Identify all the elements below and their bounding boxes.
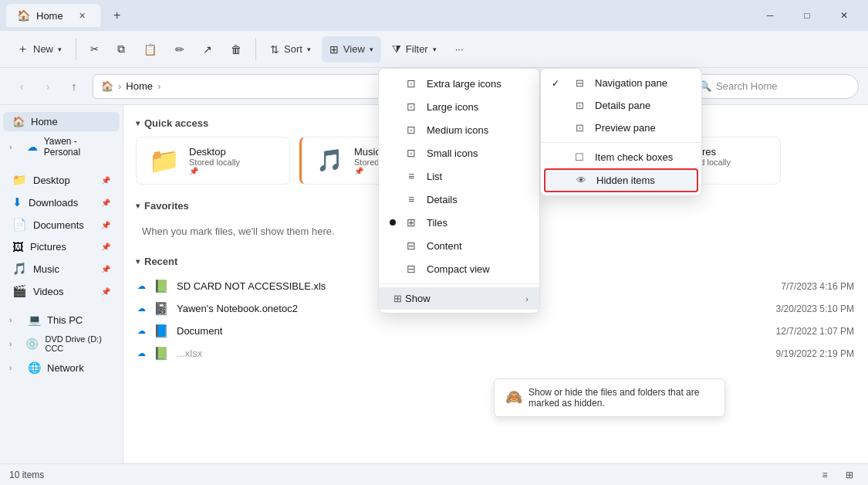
filter-button[interactable]: ⧩ Filter ▾ bbox=[384, 36, 444, 63]
home-icon: 🏠 bbox=[12, 116, 25, 127]
view-small-icons[interactable]: ⊡ Small icons bbox=[379, 141, 539, 164]
sidebar-item-videos[interactable]: 🎬 Videos 📌 bbox=[3, 280, 120, 302]
view-list[interactable]: ≡ List bbox=[379, 164, 539, 188]
recent-name-3: ...xlsx bbox=[177, 348, 738, 359]
show-preview-pane[interactable]: ⊡ Preview pane bbox=[541, 117, 701, 139]
sidebar-item-documents[interactable]: 📄 Documents 📌 bbox=[3, 214, 120, 236]
tiles-icon: ⊞ bbox=[404, 216, 419, 229]
view-details[interactable]: ≡ Details bbox=[379, 188, 539, 211]
view-medium-icons[interactable]: ⊡ Medium icons bbox=[379, 118, 539, 141]
show-label: Show bbox=[405, 293, 431, 304]
onenote-icon-1: 📓 bbox=[154, 301, 169, 316]
delete-button[interactable]: 🗑 bbox=[223, 36, 249, 63]
list-view-button[interactable]: ≡ bbox=[816, 466, 834, 484]
sidebar-item-pictures[interactable]: 🖼 Pictures 📌 bbox=[3, 236, 120, 257]
maximize-button[interactable]: □ bbox=[789, 3, 825, 28]
favorites-empty-message: When you mark files, we'll show them her… bbox=[142, 226, 335, 237]
cut-button[interactable]: ✂ bbox=[83, 36, 106, 63]
view-content[interactable]: ⊟ Content bbox=[379, 234, 539, 257]
view-chevron-icon: ▾ bbox=[370, 46, 373, 53]
dvd-expand-icon: › bbox=[9, 340, 19, 348]
sidebar-item-desktop[interactable]: 📁 Desktop 📌 bbox=[3, 169, 120, 191]
titlebar: 🏠 Home ✕ + ─ □ ✕ bbox=[0, 0, 868, 31]
paste-icon: 📋 bbox=[144, 43, 157, 56]
sidebar-item-home[interactable]: 🏠 Home bbox=[3, 112, 120, 131]
minimize-button[interactable]: ─ bbox=[752, 3, 788, 28]
extra-large-icons-label: Extra large icons bbox=[427, 78, 502, 90]
recent-item-2[interactable]: ☁ 📘 Document 12/7/2022 1:07 PM bbox=[136, 320, 856, 342]
sidebar-item-network[interactable]: › 🌐 Network bbox=[3, 358, 120, 378]
sidebar-pictures-label: Pictures bbox=[30, 241, 66, 253]
up-button[interactable]: ↑ bbox=[62, 74, 86, 99]
view-large-icons[interactable]: ⊡ Large icons bbox=[379, 95, 539, 118]
sidebar-desktop-label: Desktop bbox=[33, 175, 70, 186]
sidebar-music-label: Music bbox=[33, 263, 59, 275]
documents-pin-icon: 📌 bbox=[101, 221, 110, 229]
search-box[interactable]: 🔍 Search Home bbox=[689, 74, 859, 99]
view-button[interactable]: ⊞ View ▾ bbox=[322, 36, 381, 63]
pictures-pin-icon: 📌 bbox=[101, 242, 110, 251]
word-icon-2: 📘 bbox=[154, 324, 169, 338]
desktop-folder-thumb: 📁 bbox=[147, 145, 181, 176]
new-button[interactable]: ＋ New ▾ bbox=[9, 36, 69, 63]
close-button[interactable]: ✕ bbox=[826, 3, 862, 28]
recent-chevron-icon: ▾ bbox=[136, 257, 140, 266]
sort-button[interactable]: ⇅ Sort ▾ bbox=[262, 36, 319, 63]
cloud-icon-3: ☁ bbox=[137, 348, 146, 358]
view-menu-separator bbox=[379, 283, 539, 284]
new-tab-button[interactable]: + bbox=[106, 5, 128, 26]
delete-icon: 🗑 bbox=[231, 43, 241, 56]
toolbar: ＋ New ▾ ✂ ⧉ 📋 ✏ ↗ 🗑 ⇅ Sort ▾ ⊞ View ▾ ⧩ … bbox=[0, 31, 868, 68]
sidebar-this-pc-label: This PC bbox=[47, 314, 83, 326]
show-chevron-right-icon: › bbox=[525, 294, 529, 304]
grid-view-button[interactable]: ⊞ bbox=[840, 466, 859, 484]
sidebar-item-downloads[interactable]: ⬇ Downloads 📌 bbox=[3, 192, 120, 213]
view-extra-large-icons[interactable]: ⊡ Extra large icons bbox=[379, 72, 539, 95]
excel-icon-3: 📗 bbox=[154, 346, 169, 361]
back-button[interactable]: ‹ bbox=[9, 74, 34, 99]
tab-close-button[interactable]: ✕ bbox=[76, 8, 90, 22]
share-button[interactable]: ↗ bbox=[195, 36, 220, 63]
show-navigation-pane[interactable]: ✓ ⊟ Navigation pane bbox=[541, 72, 701, 94]
show-hidden-items[interactable]: 👁 Hidden items bbox=[544, 168, 698, 192]
recent-item-3[interactable]: ☁ 📗 ...xlsx 9/19/2022 2:19 PM bbox=[136, 342, 856, 365]
copy-button[interactable]: ⧉ bbox=[110, 36, 133, 63]
sidebar-item-dvd[interactable]: › 💿 DVD Drive (D:) CCC bbox=[3, 331, 120, 357]
show-details-pane[interactable]: ⊡ Details pane bbox=[541, 94, 701, 117]
sidebar-item-this-pc[interactable]: › 💻 This PC bbox=[3, 310, 120, 330]
details-pane-label: Details pane bbox=[595, 100, 650, 111]
home-tab[interactable]: 🏠 Home ✕ bbox=[6, 4, 100, 27]
hidden-items-icon: 👁 bbox=[573, 175, 589, 186]
recent-date-1: 3/20/2023 5:10 PM bbox=[746, 304, 854, 314]
forward-button[interactable]: › bbox=[35, 74, 60, 99]
folder-card-desktop[interactable]: 📁 Desktop Stored locally 📌 bbox=[136, 137, 290, 185]
sort-icon: ⇅ bbox=[270, 43, 279, 56]
sidebar-network-label: Network bbox=[47, 362, 84, 374]
show-item-check-boxes[interactable]: ☐ Item check boxes bbox=[541, 146, 701, 168]
view-tiles[interactable]: ⊞ Tiles bbox=[379, 211, 539, 234]
filter-icon: ⧩ bbox=[392, 42, 401, 56]
sidebar-item-music[interactable]: 🎵 Music 📌 bbox=[3, 258, 120, 280]
navigation-pane-icon: ⊟ bbox=[572, 77, 587, 89]
sidebar-item-yawen[interactable]: › ☁ Yawen - Personal bbox=[3, 132, 120, 161]
window-controls: ─ □ ✕ bbox=[752, 3, 862, 28]
details-label: Details bbox=[427, 194, 458, 205]
small-icons-label: Small icons bbox=[427, 148, 478, 159]
filter-chevron-icon: ▾ bbox=[433, 46, 437, 53]
show-submenu-separator bbox=[541, 142, 701, 143]
paste-button[interactable]: 📋 bbox=[136, 36, 164, 63]
view-icon: ⊞ bbox=[329, 43, 339, 56]
sort-chevron-icon: ▾ bbox=[307, 46, 311, 53]
desktop-folder-pin: 📌 bbox=[189, 167, 240, 175]
show-submenu-trigger[interactable]: ⊞ Show › bbox=[379, 287, 539, 310]
view-compact[interactable]: ⊟ Compact view bbox=[379, 257, 539, 280]
compact-icon: ⊟ bbox=[404, 263, 419, 275]
rename-button[interactable]: ✏ bbox=[167, 36, 192, 63]
sort-label: Sort bbox=[284, 43, 302, 55]
more-button[interactable]: ··· bbox=[448, 36, 471, 63]
cloud-icon-2: ☁ bbox=[137, 326, 146, 336]
medium-icons-label: Medium icons bbox=[427, 124, 488, 136]
small-icons-icon: ⊡ bbox=[404, 147, 419, 159]
pictures-icon: 🖼 bbox=[12, 240, 24, 253]
breadcrumb-home-icon: 🏠 bbox=[101, 80, 113, 92]
